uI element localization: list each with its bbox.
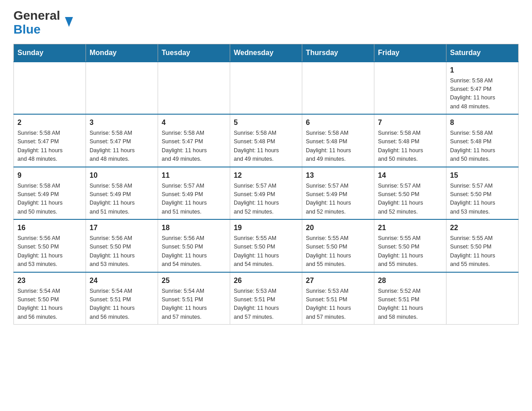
calendar-week-row: 9Sunrise: 5:58 AMSunset: 5:49 PMDaylight… [14,167,519,220]
day-info: Sunrise: 5:54 AMSunset: 5:51 PMDaylight:… [90,287,154,322]
day-number: 1 [450,65,515,76]
day-info: Sunrise: 5:56 AMSunset: 5:50 PMDaylight:… [90,234,154,269]
calendar-cell: 14Sunrise: 5:57 AMSunset: 5:50 PMDayligh… [374,167,446,220]
day-number: 28 [378,275,442,286]
day-info: Sunrise: 5:58 AMSunset: 5:47 PMDaylight:… [17,129,82,164]
calendar-cell: 12Sunrise: 5:57 AMSunset: 5:49 PMDayligh… [230,167,302,220]
calendar-cell [14,62,86,115]
day-info: Sunrise: 5:58 AMSunset: 5:48 PMDaylight:… [234,129,298,164]
day-info: Sunrise: 5:54 AMSunset: 5:50 PMDaylight:… [17,287,82,322]
day-info: Sunrise: 5:57 AMSunset: 5:50 PMDaylight:… [450,182,515,217]
calendar-cell [230,62,302,115]
calendar-cell: 10Sunrise: 5:58 AMSunset: 5:49 PMDayligh… [86,167,158,220]
day-info: Sunrise: 5:52 AMSunset: 5:51 PMDaylight:… [378,287,442,322]
day-number: 9 [17,170,82,181]
calendar-cell: 23Sunrise: 5:54 AMSunset: 5:50 PMDayligh… [14,272,86,325]
day-info: Sunrise: 5:57 AMSunset: 5:49 PMDaylight:… [234,182,298,217]
col-tuesday: Tuesday [158,44,230,62]
calendar-cell: 25Sunrise: 5:54 AMSunset: 5:51 PMDayligh… [158,272,230,325]
day-number: 23 [17,275,82,286]
calendar-week-row: 16Sunrise: 5:56 AMSunset: 5:50 PMDayligh… [14,219,519,272]
calendar-cell [302,62,374,115]
calendar-week-row: 23Sunrise: 5:54 AMSunset: 5:50 PMDayligh… [14,272,519,325]
calendar-cell: 16Sunrise: 5:56 AMSunset: 5:50 PMDayligh… [14,219,86,272]
calendar-week-row: 2Sunrise: 5:58 AMSunset: 5:47 PMDaylight… [14,114,519,167]
col-friday: Friday [374,44,446,62]
col-thursday: Thursday [302,44,374,62]
calendar-cell: 21Sunrise: 5:55 AMSunset: 5:50 PMDayligh… [374,219,446,272]
calendar-week-row: 1Sunrise: 5:58 AMSunset: 5:47 PMDaylight… [14,62,519,115]
logo: General Blue [13,9,73,37]
calendar-cell [158,62,230,115]
calendar-cell: 5Sunrise: 5:58 AMSunset: 5:48 PMDaylight… [230,114,302,167]
day-info: Sunrise: 5:58 AMSunset: 5:49 PMDaylight:… [17,182,82,217]
calendar-table: Sunday Monday Tuesday Wednesday Thursday… [13,44,519,325]
day-number: 24 [90,275,154,286]
day-number: 25 [162,275,226,286]
logo-general-text: General [13,9,64,23]
calendar-cell [374,62,446,115]
day-number: 26 [234,275,298,286]
day-info: Sunrise: 5:56 AMSunset: 5:50 PMDaylight:… [17,234,82,269]
day-info: Sunrise: 5:58 AMSunset: 5:49 PMDaylight:… [90,182,154,217]
calendar-cell: 15Sunrise: 5:57 AMSunset: 5:50 PMDayligh… [446,167,519,220]
day-info: Sunrise: 5:58 AMSunset: 5:48 PMDaylight:… [450,129,515,164]
day-info: Sunrise: 5:55 AMSunset: 5:50 PMDaylight:… [234,234,298,269]
col-saturday: Saturday [446,44,519,62]
col-wednesday: Wednesday [230,44,302,62]
calendar-cell [86,62,158,115]
day-info: Sunrise: 5:55 AMSunset: 5:50 PMDaylight:… [306,234,370,269]
day-info: Sunrise: 5:57 AMSunset: 5:49 PMDaylight:… [162,182,226,217]
day-number: 22 [450,223,515,233]
day-number: 11 [162,170,226,181]
day-info: Sunrise: 5:53 AMSunset: 5:51 PMDaylight:… [306,287,370,322]
day-info: Sunrise: 5:55 AMSunset: 5:50 PMDaylight:… [378,234,442,269]
calendar-cell: 8Sunrise: 5:58 AMSunset: 5:48 PMDaylight… [446,114,519,167]
day-info: Sunrise: 5:58 AMSunset: 5:48 PMDaylight:… [306,129,370,164]
calendar-cell: 2Sunrise: 5:58 AMSunset: 5:47 PMDaylight… [14,114,86,167]
page-header: General Blue [13,9,519,37]
calendar-cell: 6Sunrise: 5:58 AMSunset: 5:48 PMDaylight… [302,114,374,167]
logo-triangle-icon [65,17,73,27]
day-number: 13 [306,170,370,181]
calendar-cell: 27Sunrise: 5:53 AMSunset: 5:51 PMDayligh… [302,272,374,325]
day-info: Sunrise: 5:57 AMSunset: 5:50 PMDaylight:… [378,182,442,217]
day-info: Sunrise: 5:57 AMSunset: 5:49 PMDaylight:… [306,182,370,217]
col-monday: Monday [86,44,158,62]
calendar-cell: 17Sunrise: 5:56 AMSunset: 5:50 PMDayligh… [86,219,158,272]
day-number: 21 [378,223,442,233]
col-sunday: Sunday [14,44,86,62]
calendar-cell: 28Sunrise: 5:52 AMSunset: 5:51 PMDayligh… [374,272,446,325]
calendar-cell: 9Sunrise: 5:58 AMSunset: 5:49 PMDaylight… [14,167,86,220]
logo-blue-text: Blue [13,23,64,37]
day-number: 16 [17,223,82,233]
day-info: Sunrise: 5:53 AMSunset: 5:51 PMDaylight:… [234,287,298,322]
day-number: 17 [90,223,154,233]
calendar-cell: 1Sunrise: 5:58 AMSunset: 5:47 PMDaylight… [446,62,519,115]
calendar-cell: 11Sunrise: 5:57 AMSunset: 5:49 PMDayligh… [158,167,230,220]
calendar-cell: 22Sunrise: 5:55 AMSunset: 5:50 PMDayligh… [446,219,519,272]
day-info: Sunrise: 5:58 AMSunset: 5:47 PMDaylight:… [162,129,226,164]
day-number: 27 [306,275,370,286]
day-number: 19 [234,223,298,233]
calendar-cell: 3Sunrise: 5:58 AMSunset: 5:47 PMDaylight… [86,114,158,167]
calendar-cell: 26Sunrise: 5:53 AMSunset: 5:51 PMDayligh… [230,272,302,325]
day-info: Sunrise: 5:58 AMSunset: 5:47 PMDaylight:… [450,77,515,111]
day-info: Sunrise: 5:58 AMSunset: 5:48 PMDaylight:… [378,129,442,164]
calendar-cell: 13Sunrise: 5:57 AMSunset: 5:49 PMDayligh… [302,167,374,220]
day-info: Sunrise: 5:56 AMSunset: 5:50 PMDaylight:… [162,234,226,269]
day-number: 3 [90,117,154,128]
day-number: 20 [306,223,370,233]
day-number: 14 [378,170,442,181]
calendar-cell: 20Sunrise: 5:55 AMSunset: 5:50 PMDayligh… [302,219,374,272]
day-number: 10 [90,170,154,181]
svg-marker-0 [65,17,73,27]
day-info: Sunrise: 5:54 AMSunset: 5:51 PMDaylight:… [162,287,226,322]
calendar-cell [446,272,519,325]
calendar-cell: 19Sunrise: 5:55 AMSunset: 5:50 PMDayligh… [230,219,302,272]
day-number: 4 [162,117,226,128]
day-info: Sunrise: 5:58 AMSunset: 5:47 PMDaylight:… [90,129,154,164]
day-number: 8 [450,117,515,128]
day-number: 6 [306,117,370,128]
day-number: 7 [378,117,442,128]
